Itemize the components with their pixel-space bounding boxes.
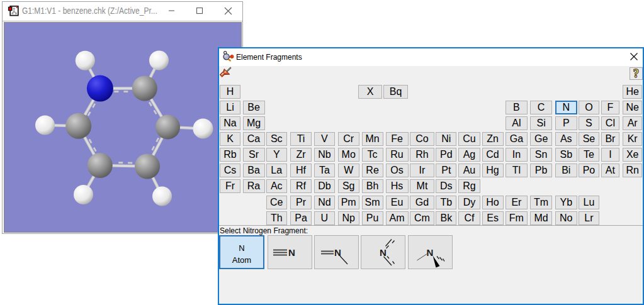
svg-text:N: N bbox=[288, 247, 295, 258]
svg-text:?: ? bbox=[633, 67, 639, 80]
svg-text:N: N bbox=[380, 247, 387, 258]
svg-text:N: N bbox=[426, 247, 433, 258]
